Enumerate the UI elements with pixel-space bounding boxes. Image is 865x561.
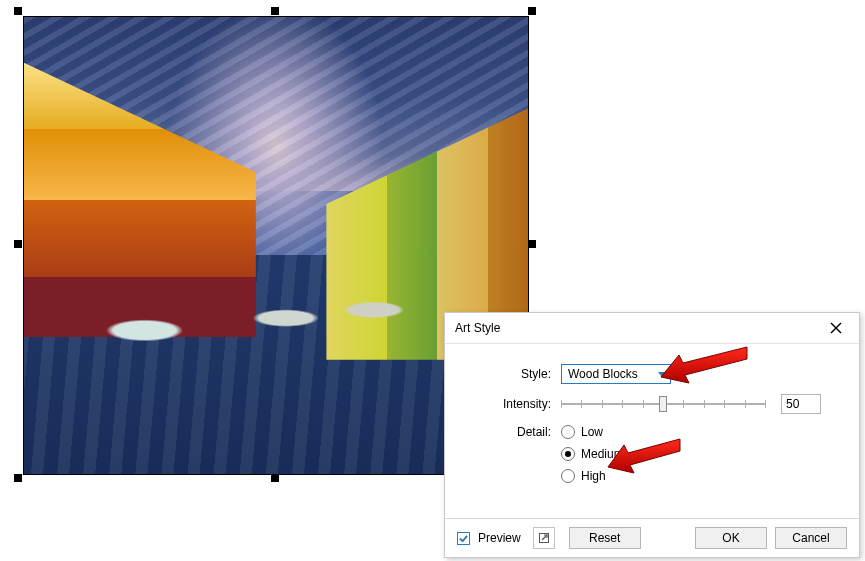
close-button[interactable] [819,316,853,340]
art-style-dialog: Art Style Style: Wood Blocks Intensi [444,312,860,558]
detail-high-label: High [581,469,606,483]
ok-button[interactable]: OK [695,527,767,549]
dialog-title: Art Style [455,321,819,335]
radio-icon [561,425,575,439]
chevron-down-icon [654,367,670,381]
detail-low-label: Low [581,425,603,439]
dialog-titlebar[interactable]: Art Style [445,313,859,344]
popout-icon [538,532,550,544]
reset-button[interactable]: Reset [569,527,641,549]
preview-label: Preview [478,531,521,545]
intensity-slider-thumb[interactable] [659,396,667,412]
close-icon [830,322,842,334]
resize-handle-top-right[interactable] [528,7,536,15]
radio-icon [561,447,575,461]
svg-line-4 [542,535,547,540]
checkmark-icon [459,534,468,543]
detail-radio-medium[interactable]: Medium [561,446,624,462]
resize-handle-top-left[interactable] [14,7,22,15]
style-label: Style: [463,367,561,381]
style-dropdown[interactable]: Wood Blocks [561,364,671,384]
resize-handle-bottom-middle[interactable] [271,474,279,482]
preview-popout-button[interactable] [533,527,555,549]
resize-handle-top-middle[interactable] [271,7,279,15]
resize-handle-middle-right[interactable] [528,240,536,248]
detail-medium-label: Medium [581,447,624,461]
resize-handle-middle-left[interactable] [14,240,22,248]
radio-icon [561,469,575,483]
intensity-value-input[interactable]: 50 [781,394,821,414]
intensity-slider[interactable] [561,395,765,413]
detail-radio-high[interactable]: High [561,468,624,484]
cancel-button[interactable]: Cancel [775,527,847,549]
detail-label: Detail: [463,424,561,439]
resize-handle-bottom-left[interactable] [14,474,22,482]
style-dropdown-value: Wood Blocks [568,367,654,381]
intensity-label: Intensity: [463,397,561,411]
preview-checkbox[interactable] [457,532,470,545]
svg-marker-2 [658,372,666,377]
detail-radio-low[interactable]: Low [561,424,624,440]
